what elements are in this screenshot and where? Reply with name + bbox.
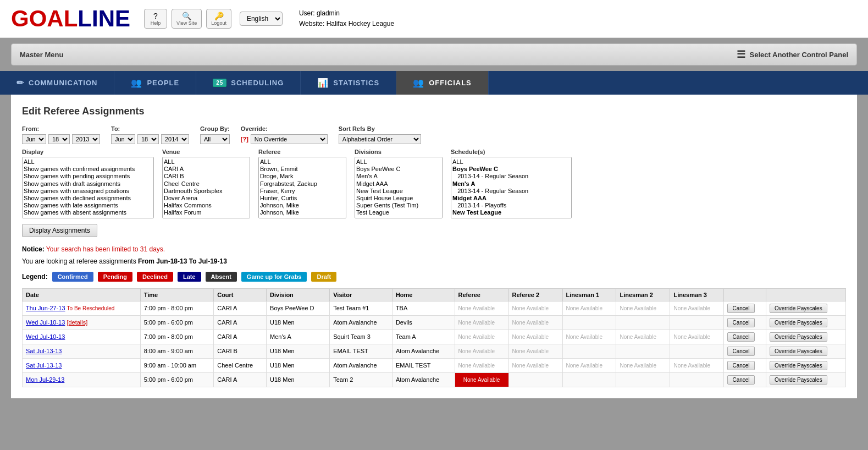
logo-line: LINE bbox=[78, 6, 130, 32]
row-linesman3: None Available bbox=[670, 301, 724, 315]
date-link[interactable]: Sat Jul-13-13 bbox=[26, 362, 62, 369]
cancel-button[interactable]: Cancel bbox=[727, 375, 754, 385]
row-override: Override Payscales bbox=[766, 344, 845, 358]
row-visitor: Squirt Team 3 bbox=[330, 330, 392, 344]
logout-button[interactable]: 🔑 Logout bbox=[206, 9, 231, 29]
row-referee: None Available bbox=[455, 301, 508, 315]
row-referee2: None Available bbox=[508, 358, 562, 372]
row-court: CARI A bbox=[214, 330, 267, 344]
date-link[interactable]: Sat Jul-13-13 bbox=[26, 348, 62, 354]
divisions-select[interactable]: ALL Boys PeeWee C Men's A Midget AAA New… bbox=[355, 157, 443, 218]
cancel-button[interactable]: Cancel bbox=[727, 361, 754, 370]
help-button[interactable]: ? Help bbox=[144, 9, 167, 29]
from-month-select[interactable]: Jun bbox=[22, 134, 46, 144]
tab-scheduling-label: SCHEDULING bbox=[231, 79, 284, 87]
to-day-select[interactable]: 18 bbox=[137, 134, 159, 144]
row-visitor: Atom Avalanche bbox=[330, 358, 392, 372]
table-row: Sat Jul-13-13 9:00 am - 10:00 am Cheel C… bbox=[23, 358, 846, 372]
legend-declined: Declined bbox=[137, 272, 173, 282]
legend-absent: Absent bbox=[206, 272, 237, 282]
override-payscales-button[interactable]: Override Payscales bbox=[770, 361, 827, 370]
tab-people[interactable]: 👥 PEOPLE bbox=[114, 71, 196, 95]
row-override: Override Payscales bbox=[766, 315, 845, 330]
to-year-select[interactable]: 2014 bbox=[161, 134, 189, 144]
communication-icon: ✏ bbox=[16, 78, 24, 88]
row-referee: None Available bbox=[455, 344, 508, 358]
row-referee: None Available bbox=[455, 358, 508, 372]
details-link[interactable]: [details] bbox=[67, 319, 87, 326]
row-division: Boys PeeWee D bbox=[267, 301, 330, 315]
schedules-select[interactable]: ALL Boys PeeWee C 2013-14 - Regular Seas… bbox=[451, 157, 572, 218]
col-action2 bbox=[766, 288, 845, 301]
override-payscales-button[interactable]: Override Payscales bbox=[770, 332, 827, 342]
help-label: Help bbox=[151, 20, 161, 26]
col-action1 bbox=[724, 288, 766, 301]
cancel-button[interactable]: Cancel bbox=[727, 347, 754, 356]
col-referee2: Referee 2 bbox=[508, 288, 562, 301]
from-year-select[interactable]: 2013 bbox=[72, 134, 100, 144]
row-time: 7:00 pm - 8:00 pm bbox=[140, 330, 213, 344]
display-select[interactable]: ALL Show games with confirmed assignment… bbox=[22, 157, 154, 218]
cancel-button[interactable]: Cancel bbox=[727, 332, 754, 342]
row-court: CARI A bbox=[214, 372, 267, 387]
override-select[interactable]: No Override bbox=[251, 134, 328, 144]
col-time: Time bbox=[140, 288, 213, 301]
row-visitor: Atom Avalanche bbox=[330, 315, 392, 330]
website: Website: Halifax Hockey League bbox=[299, 19, 394, 29]
row-time: 5:00 pm - 6:00 pm bbox=[140, 315, 213, 330]
row-linesman3 bbox=[670, 344, 724, 358]
groupby-select[interactable]: All bbox=[200, 134, 230, 144]
date-link[interactable]: Mon Jul-29-13 bbox=[26, 376, 64, 383]
override-help[interactable]: [?] bbox=[241, 136, 248, 142]
viewsite-button[interactable]: 🔍 View Site bbox=[172, 9, 202, 29]
tab-officials-label: OFFICIALS bbox=[429, 79, 472, 87]
row-linesman1: None Available bbox=[562, 301, 616, 315]
date-range: You are looking at referee assignments F… bbox=[22, 257, 846, 265]
to-label: To: bbox=[111, 125, 189, 132]
date-link[interactable]: Wed Jul-10-13 bbox=[26, 319, 65, 326]
to-month-select[interactable]: Jun bbox=[111, 134, 135, 144]
referee-select[interactable]: ALL Brown, Emmit Droge, Mark Forgrabstes… bbox=[258, 157, 346, 218]
legend-draft: Draft bbox=[311, 272, 336, 282]
cancel-button[interactable]: Cancel bbox=[727, 318, 754, 327]
row-override: Override Payscales bbox=[766, 301, 845, 315]
main-content: Edit Referee Assignments From: Jun 18 20… bbox=[11, 95, 857, 398]
venue-select[interactable]: ALL CARI A CARI B Cheel Centre Dartmouth… bbox=[162, 157, 250, 218]
from-day-select[interactable]: 18 bbox=[48, 134, 70, 144]
tab-statistics-label: STATISTICS bbox=[333, 79, 379, 87]
override-payscales-button[interactable]: Override Payscales bbox=[770, 347, 827, 356]
username: User: gladmin bbox=[299, 8, 394, 19]
row-linesman3 bbox=[670, 315, 724, 330]
tab-scheduling[interactable]: 25 SCHEDULING bbox=[196, 71, 301, 95]
date-link[interactable]: Wed Jul-10-13 bbox=[26, 333, 65, 340]
cancel-button[interactable]: Cancel bbox=[727, 304, 754, 313]
sortrefs-select[interactable]: Alphabetical Order bbox=[339, 134, 421, 144]
row-linesman1 bbox=[562, 372, 616, 387]
override-payscales-button[interactable]: Override Payscales bbox=[770, 318, 827, 327]
display-assignments-button[interactable]: Display Assignments bbox=[22, 224, 97, 237]
sortrefs-filter: Sort Refs By Alphabetical Order bbox=[339, 125, 421, 144]
notice-text: Your search has been limited to 31 days. bbox=[46, 245, 165, 253]
divisions-listbox-group: Divisions ALL Boys PeeWee C Men's A Midg… bbox=[355, 149, 443, 218]
venue-listbox-group: Venue ALL CARI A CARI B Cheel Centre Dar… bbox=[162, 149, 250, 218]
select-panel-button[interactable]: ☰ Select Another Control Panel bbox=[737, 48, 848, 61]
date-link[interactable]: Thu Jun-27-13 bbox=[26, 305, 65, 311]
header-icons: ? Help 🔍 View Site 🔑 Logout bbox=[144, 9, 231, 29]
to-inline: Jun 18 2014 bbox=[111, 134, 189, 144]
legend-grabs: Game up for Grabs bbox=[241, 272, 307, 282]
display-label: Display bbox=[22, 149, 154, 155]
logo: GOAL LINE bbox=[11, 6, 130, 32]
reschedule-note: To Be Rescheduled bbox=[67, 305, 115, 311]
schedules-listbox-group: Schedule(s) ALL Boys PeeWee C 2013-14 - … bbox=[451, 149, 572, 218]
tab-statistics[interactable]: 📊 STATISTICS bbox=[301, 71, 396, 95]
table-header-row: Date Time Court Division Visitor Home Re… bbox=[23, 288, 846, 301]
row-time: 9:00 am - 10:00 am bbox=[140, 358, 213, 372]
table-row: Wed Jul-10-13 [details] 5:00 pm - 6:00 p… bbox=[23, 315, 846, 330]
tab-officials[interactable]: 👥 OFFICIALS bbox=[396, 71, 489, 95]
divisions-label: Divisions bbox=[355, 149, 443, 155]
override-payscales-button[interactable]: Override Payscales bbox=[770, 304, 827, 313]
master-menu-label[interactable]: Master Menu bbox=[20, 51, 63, 59]
tab-communication[interactable]: ✏ COMMUNICATION bbox=[0, 71, 114, 95]
override-payscales-button[interactable]: Override Payscales bbox=[770, 375, 827, 385]
language-select[interactable]: English bbox=[240, 12, 283, 26]
